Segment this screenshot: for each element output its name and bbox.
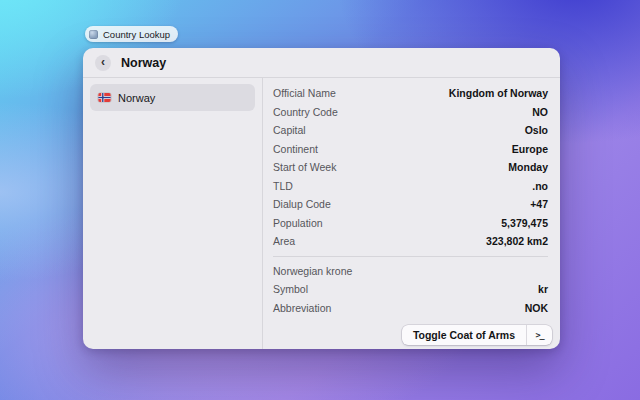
detail-label: Abbreviation bbox=[273, 302, 331, 314]
norway-flag-icon bbox=[98, 93, 111, 102]
detail-value: NOK bbox=[525, 302, 548, 314]
detail-label: Dialup Code bbox=[273, 198, 331, 210]
detail-row: TLD .no bbox=[273, 177, 548, 196]
detail-row: Country Code NO bbox=[273, 103, 548, 122]
detail-label: Symbol bbox=[273, 283, 308, 295]
back-button[interactable]: ‹ bbox=[95, 55, 111, 71]
footer-button-group: Toggle Coat of Arms >_ bbox=[402, 325, 552, 345]
detail-value: kr bbox=[538, 283, 548, 295]
detail-row: Population 5,379,475 bbox=[273, 214, 548, 233]
terminal-button[interactable]: >_ bbox=[526, 325, 552, 345]
detail-value: .no bbox=[532, 180, 548, 192]
detail-row: Abbreviation NOK bbox=[273, 299, 548, 318]
detail-value: Europe bbox=[512, 143, 548, 155]
chevron-left-icon: ‹ bbox=[101, 57, 105, 67]
detail-value: Oslo bbox=[525, 124, 548, 136]
detail-label: Area bbox=[273, 235, 295, 247]
sidebar-item-norway[interactable]: Norway bbox=[90, 84, 255, 111]
sidebar: Norway bbox=[83, 78, 263, 349]
app-title-pill[interactable]: Country Lookup bbox=[85, 26, 178, 42]
terminal-prompt-icon: >_ bbox=[535, 330, 543, 340]
detail-value: +47 bbox=[530, 198, 548, 210]
window-title: Norway bbox=[121, 56, 166, 70]
currency-section-title: Norwegian krone bbox=[273, 265, 352, 277]
detail-value: NO bbox=[532, 106, 548, 118]
detail-row: Symbol kr bbox=[273, 280, 548, 299]
detail-row: Continent Europe bbox=[273, 140, 548, 159]
detail-value: 5,379,475 bbox=[501, 217, 548, 229]
detail-value: Kingdom of Norway bbox=[449, 87, 548, 99]
detail-label: Population bbox=[273, 217, 323, 229]
section-divider bbox=[273, 256, 548, 257]
detail-label: Continent bbox=[273, 143, 318, 155]
detail-row: Official Name Kingdom of Norway bbox=[273, 84, 548, 103]
detail-row: Dialup Code +47 bbox=[273, 195, 548, 214]
detail-label: Start of Week bbox=[273, 161, 336, 173]
app-pill-label: Country Lookup bbox=[103, 29, 170, 40]
sidebar-item-label: Norway bbox=[118, 92, 155, 104]
detail-row: Capital Oslo bbox=[273, 121, 548, 140]
detail-row: Area 323,802 km2 bbox=[273, 232, 548, 251]
detail-label: Official Name bbox=[273, 87, 336, 99]
detail-value: Monday bbox=[508, 161, 548, 173]
app-icon bbox=[89, 30, 98, 39]
details-panel: Official Name Kingdom of Norway Country … bbox=[263, 78, 560, 349]
detail-row: Start of Week Monday bbox=[273, 158, 548, 177]
window-header: ‹ Norway bbox=[83, 48, 560, 78]
toggle-coat-of-arms-button[interactable]: Toggle Coat of Arms bbox=[402, 325, 526, 345]
detail-label: Country Code bbox=[273, 106, 338, 118]
currency-section-title-row: Norwegian krone bbox=[273, 262, 548, 281]
app-window: ‹ Norway Norway bbox=[83, 48, 560, 349]
detail-value: 323,802 km2 bbox=[486, 235, 548, 247]
desktop-background: Country Lookup ‹ Norway bbox=[0, 0, 640, 400]
detail-label: Capital bbox=[273, 124, 306, 136]
window-body: Norway Official Name Kingdom of Norway C… bbox=[83, 78, 560, 349]
detail-label: TLD bbox=[273, 180, 293, 192]
